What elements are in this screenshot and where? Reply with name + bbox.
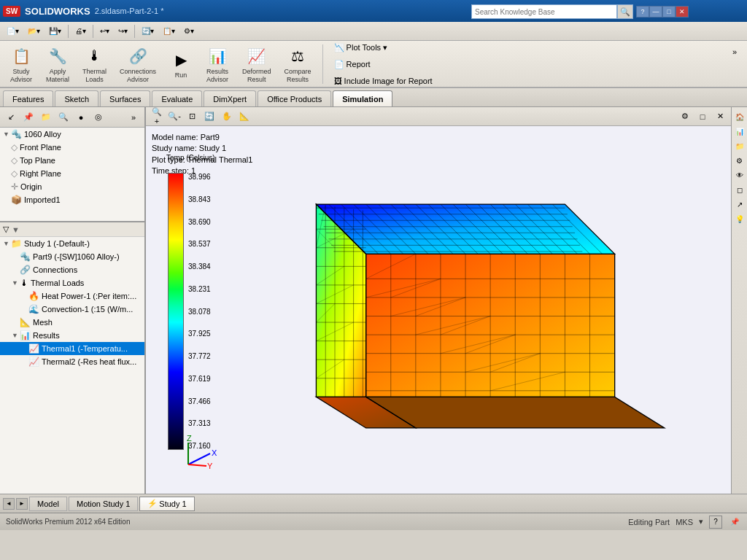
tab-surfaces[interactable]: Surfaces <box>100 90 150 106</box>
tree-thermal2[interactable]: 📈 Thermal2 (-Res heat flux... <box>0 355 144 368</box>
legend-val-6: 38.078 <box>188 308 211 316</box>
left-toolbar-btn-2[interactable]: 📌 <box>20 109 36 125</box>
scroll-right-btn[interactable]: ► <box>16 498 28 510</box>
status-bar: SolidWorks Premium 2012 x64 Edition Edit… <box>0 513 747 530</box>
search-input[interactable] <box>471 4 617 19</box>
rs-arrow-btn[interactable]: ↗ <box>733 198 746 211</box>
left-panel-toolbar: ↙ 📌 📁 🔍 ● ◎ » <box>0 107 144 128</box>
tree-convection[interactable]: 🌊 Convection-1 (:15 (W/m... <box>0 303 144 316</box>
tree-thermal1[interactable]: 📈 Thermal1 (-Temperatu... <box>0 342 144 355</box>
right-plane-label: Right Plane <box>20 169 61 178</box>
tree-mesh[interactable]: 📐 Mesh <box>0 316 144 329</box>
rs-chart-btn[interactable]: 📊 <box>733 125 746 138</box>
options-button[interactable]: ⚙▾ <box>180 24 198 39</box>
compare-results-btn[interactable]: ⚖ CompareResults <box>279 41 317 88</box>
tab-sketch[interactable]: Sketch <box>55 90 98 106</box>
connections-advisor-btn[interactable]: 🔗 ConnectionsAdvisor <box>115 41 161 88</box>
zoom-fit-btn[interactable]: ⊡ <box>184 109 200 124</box>
redo-button[interactable]: ↪▾ <box>115 24 131 39</box>
toolbar-separator-3 <box>134 25 135 38</box>
right-plane-icon: ◇ <box>11 168 18 179</box>
tab-simulation[interactable]: Simulation <box>333 90 392 106</box>
study-advisor-btn[interactable]: 📋 StudyAdvisor <box>4 41 38 88</box>
bottom-tab-model[interactable]: Model <box>29 497 67 511</box>
tree-thermal-loads[interactable]: ▼ 🌡 Thermal Loads <box>0 276 144 289</box>
tree-item-right-plane[interactable]: ◇ Right Plane <box>0 167 144 180</box>
simulation-tree: ▽ ▼ ▼ 📁 Study 1 (-Default-) 🔩 Part9 (-[S… <box>0 222 144 494</box>
report-label: Report <box>347 60 371 69</box>
new-button[interactable]: 📄▾ <box>3 24 23 39</box>
tab-dimxpert[interactable]: DimXpert <box>204 90 256 106</box>
thermal-loads-btn[interactable]: 🌡 ThermalLoads <box>77 41 112 88</box>
scroll-left-btn[interactable]: ◄ <box>3 498 15 510</box>
rs-3d-btn[interactable]: ◻ <box>733 183 746 196</box>
viewport[interactable]: 🔍+ 🔍- ⊡ 🔄 ✋ 📐 ⚙ □ ✕ Model name: Part9 St… <box>146 107 731 494</box>
file-props-button[interactable]: 📋▾ <box>159 24 179 39</box>
left-toolbar-btn-4[interactable]: 🔍 <box>55 109 71 125</box>
rs-light-btn[interactable]: 💡 <box>733 212 746 225</box>
left-toolbar-btn-3[interactable]: 📁 <box>38 109 54 125</box>
viewport-toolbar: 🔍+ 🔍- ⊡ 🔄 ✋ 📐 ⚙ □ ✕ <box>146 107 731 126</box>
close-button[interactable]: ✕ <box>676 6 689 18</box>
pin-btn[interactable]: 📌 <box>728 516 741 529</box>
undo-button[interactable]: ↩▾ <box>96 24 113 39</box>
tree-item-top-plane[interactable]: ◇ Top Plane <box>0 154 144 167</box>
rebuild-button[interactable]: 🔄▾ <box>138 24 158 39</box>
tree-part9[interactable]: 🔩 Part9 (-[SW]1060 Alloy-) <box>0 250 144 263</box>
left-toolbar-btn-5[interactable]: ● <box>73 109 89 125</box>
tab-bar: Features Sketch Surfaces Evaluate DimXpe… <box>0 88 747 107</box>
results-advisor-btn[interactable]: 📊 ResultsAdvisor <box>201 41 234 88</box>
tab-features[interactable]: Features <box>3 90 53 106</box>
legend-labels: 38.996 38.843 38.690 38.537 38.384 38.23… <box>188 173 211 450</box>
zoom-out-btn[interactable]: 🔍- <box>166 109 182 124</box>
tab-office-products[interactable]: Office Products <box>258 90 331 106</box>
apply-material-btn[interactable]: 🔧 ApplyMaterial <box>41 41 74 88</box>
open-button[interactable]: 📂▾ <box>24 24 44 39</box>
maximize-view-btn[interactable]: □ <box>694 109 711 124</box>
rs-home-btn[interactable]: 🏠 <box>733 110 746 123</box>
run-btn[interactable]: ▶ Run <box>164 44 198 83</box>
bottom-tab-study1[interactable]: ⚡ Study 1 <box>139 497 194 511</box>
expand-btn[interactable]: » <box>125 109 142 125</box>
study1-label: Study 1 (-Default-) <box>24 239 90 248</box>
rs-folder-btn[interactable]: 📁 <box>733 139 746 152</box>
tree-connections[interactable]: 🔗 Connections <box>0 263 144 276</box>
deformed-result-btn[interactable]: 📈 DeformedResult <box>237 41 276 88</box>
tree-item-origin[interactable]: ✛ Origin <box>0 180 144 193</box>
print-button[interactable]: 🖨▾ <box>71 24 90 39</box>
rs-settings-btn[interactable]: ⚙ <box>733 154 746 167</box>
rotate-btn[interactable]: 🔄 <box>201 109 217 124</box>
display-options-btn[interactable]: ⚙ <box>677 109 693 124</box>
tree-study1[interactable]: ▼ 📁 Study 1 (-Default-) <box>0 237 144 250</box>
plot-tools-btn[interactable]: 📉 Plot Tools ▾ <box>329 41 393 55</box>
left-toolbar-btn-6[interactable]: ◎ <box>90 109 107 125</box>
tree-results[interactable]: ▼ 📊 Results <box>0 329 144 342</box>
help-status-btn[interactable]: ? <box>709 516 722 529</box>
title-bar: SW SOLIDWORKS 2.sldasm-Part-2-1 * 🔍 ? — … <box>0 0 747 22</box>
maximize-button[interactable]: □ <box>662 6 676 18</box>
help-button[interactable]: ? <box>636 6 649 18</box>
tab-evaluate[interactable]: Evaluate <box>152 90 202 106</box>
bottom-tab-motion-study[interactable]: Motion Study 1 <box>69 497 138 511</box>
minimize-button[interactable]: — <box>649 6 662 18</box>
tree-item-front-plane[interactable]: ◇ Front Plane <box>0 141 144 154</box>
save-button[interactable]: 💾▾ <box>45 24 65 39</box>
zoom-in-btn[interactable]: 🔍+ <box>149 109 165 124</box>
tab-evaluate-label: Evaluate <box>161 95 193 104</box>
units-arrow: ▾ <box>699 517 703 526</box>
close-view-btn[interactable]: ✕ <box>712 109 728 124</box>
orient-btn[interactable]: 📐 <box>236 109 252 124</box>
rs-eye-btn[interactable]: 👁 <box>733 168 746 182</box>
compare-results-label: CompareResults <box>285 68 311 84</box>
left-toolbar-btn-1[interactable]: ↙ <box>3 109 19 125</box>
heat-power-icon: 🔥 <box>28 291 39 301</box>
search-button[interactable]: 🔍 <box>617 4 633 19</box>
report-btn[interactable]: 📄 Report <box>329 58 376 71</box>
toolbar-options-btn[interactable]: » <box>727 44 743 60</box>
tree-item-imported[interactable]: 📦 Imported1 <box>0 193 144 206</box>
tree-item-alloy[interactable]: ▼ 🔩 1060 Alloy <box>0 128 144 141</box>
tree-heat-power[interactable]: 🔥 Heat Power-1 (:Per item:... <box>0 289 144 303</box>
pan-btn[interactable]: ✋ <box>219 109 235 124</box>
study-advisor-icon: 📋 <box>9 44 33 68</box>
include-image-btn[interactable]: 🖼 Include Image for Report <box>329 74 438 88</box>
